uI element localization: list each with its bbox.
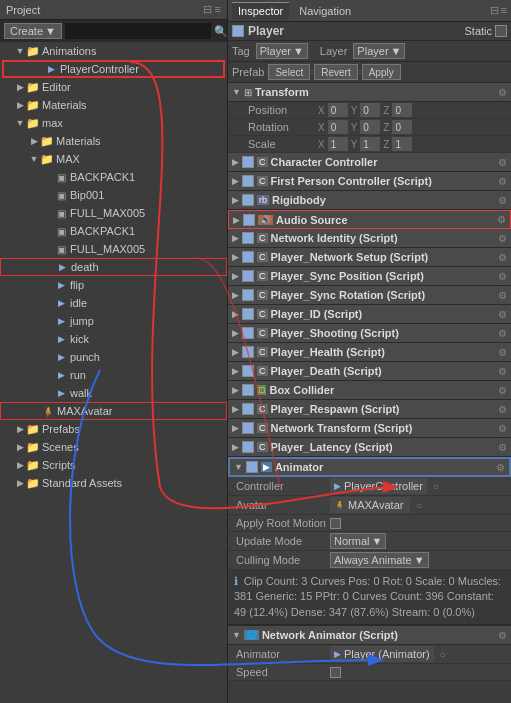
player-death-header[interactable]: ▶ C Player_Death (Script) ⚙ [228,362,511,381]
comp-settings-icon[interactable]: ⚙ [498,252,507,263]
tree-item-materials[interactable]: ▶ 📁 Materials [0,96,227,114]
net-transform-header[interactable]: ▶ C Network Transform (Script) ⚙ [228,419,511,438]
tree-item-bip001[interactable]: ▣ Bip001 [0,186,227,204]
comp-enabled[interactable] [242,232,254,244]
tag-dropdown[interactable]: Player ▼ [256,43,308,59]
tree-item-death[interactable]: ▶ death [0,258,227,276]
rigidbody-header[interactable]: ▶ rb Rigidbody ⚙ [228,191,511,210]
rot-z[interactable]: 0 [392,120,412,134]
box-collider-header[interactable]: ▶ □ Box Collider ⚙ [228,381,511,400]
tree-item-run[interactable]: ▶ run [0,366,227,384]
create-button[interactable]: Create ▼ [4,23,62,39]
speed-checkbox[interactable] [330,667,341,678]
comp-settings-icon[interactable]: ⚙ [498,385,507,396]
tree-item-MAX[interactable]: ▼ 📁 MAX [0,150,227,168]
pos-x[interactable]: 0 [328,103,348,117]
comp-settings-icon[interactable]: ⚙ [498,328,507,339]
panel-lock-icon[interactable]: ⊟ [490,4,499,17]
tree-item-standard[interactable]: ▶ 📁 Standard Assets [0,474,227,492]
comp-settings-icon[interactable]: ⚙ [498,290,507,301]
player-netsetup-header[interactable]: ▶ C Player_Network Setup (Script) ⚙ [228,248,511,267]
tree-item-max[interactable]: ▼ 📁 max [0,114,227,132]
tree-item-prefabs[interactable]: ▶ 📁 Prefabs [0,420,227,438]
layer-dropdown[interactable]: Player ▼ [353,43,405,59]
player-syncrot-header[interactable]: ▶ C Player_Sync Rotation (Script) ⚙ [228,286,511,305]
controller-link-icon[interactable]: ○ [433,481,439,492]
transform-header[interactable]: ▼ ⊞ Transform ⚙ [228,83,511,102]
tree-item-flip[interactable]: ▶ flip [0,276,227,294]
animator-header[interactable]: ▼ ▶ Animator ⚙ [228,457,511,477]
comp-enabled[interactable] [246,461,258,473]
object-enabled-checkbox[interactable] [232,25,244,37]
tree-item-walk[interactable]: ▶ walk [0,384,227,402]
avatar-value-field[interactable]: 🧍 MAXAvatar [330,497,410,513]
rot-x[interactable]: 0 [328,120,348,134]
tab-navigation[interactable]: Navigation [293,3,357,19]
comp-enabled[interactable] [242,270,254,282]
lock-icon[interactable]: ⊟ [203,3,212,16]
menu-icon[interactable]: ≡ [215,3,221,16]
comp-settings-icon[interactable]: ⚙ [498,442,507,453]
controller-value-field[interactable]: ▶ PlayerController [330,478,427,494]
tree-item-animations[interactable]: ▼ 📁 Animations [0,42,227,60]
comp-settings-icon[interactable]: ⚙ [497,214,506,225]
comp-settings-icon[interactable]: ⚙ [498,366,507,377]
tree-item-scenes[interactable]: ▶ 📁 Scenes [0,438,227,456]
comp-enabled[interactable] [242,346,254,358]
apply-root-motion-checkbox[interactable] [330,518,341,529]
apply-button[interactable]: Apply [362,64,401,80]
comp-enabled[interactable] [242,308,254,320]
comp-enabled[interactable] [242,365,254,377]
panel-menu-icon[interactable]: ≡ [501,4,507,17]
tree-item-jump[interactable]: ▶ jump [0,312,227,330]
comp-settings-icon[interactable]: ⚙ [498,233,507,244]
tree-item-scripts[interactable]: ▶ 📁 Scripts [0,456,227,474]
comp-settings-icon[interactable]: ⚙ [498,309,507,320]
tree-item-kick[interactable]: ▶ kick [0,330,227,348]
comp-settings-icon[interactable]: ⚙ [498,271,507,282]
comp-settings-icon[interactable]: ⚙ [498,195,507,206]
comp-settings-icon[interactable]: ⚙ [498,423,507,434]
comp-enabled[interactable] [242,441,254,453]
comp-enabled[interactable] [242,384,254,396]
rot-y[interactable]: 0 [360,120,380,134]
comp-enabled[interactable] [242,422,254,434]
comp-enabled[interactable] [242,289,254,301]
net-anim-link-icon[interactable]: ○ [440,649,446,660]
animator-settings-icon[interactable]: ⚙ [496,462,505,473]
tree-item-materials2[interactable]: ▶ 📁 Materials [0,132,227,150]
search-input[interactable] [65,23,211,39]
scale-y[interactable]: 1 [360,137,380,151]
player-syncpos-header[interactable]: ▶ C Player_Sync Position (Script) ⚙ [228,267,511,286]
tree-item-backpack1b[interactable]: ▣ BACKPACK1 [0,222,227,240]
tree-item-editor[interactable]: ▶ 📁 Editor [0,78,227,96]
tree-item-fullmax1[interactable]: ▣ FULL_MAX005 [0,204,227,222]
avatar-link-icon[interactable]: ○ [416,500,422,511]
update-mode-dropdown[interactable]: Normal ▼ [330,533,386,549]
player-id-header[interactable]: ▶ C Player_ID (Script) ⚙ [228,305,511,324]
comp-enabled[interactable] [242,175,254,187]
net-animator-header[interactable]: ▼ 🌐 Network Animator (Script) ⚙ [228,626,511,645]
player-respawn-header[interactable]: ▶ C Player_Respawn (Script) ⚙ [228,400,511,419]
comp-enabled[interactable] [242,327,254,339]
comp-settings-icon[interactable]: ⚙ [498,404,507,415]
tree-item-punch[interactable]: ▶ punch [0,348,227,366]
static-checkbox[interactable] [495,25,507,37]
transform-settings-icon[interactable]: ⚙ [498,87,507,98]
scale-x[interactable]: 1 [328,137,348,151]
tree-item-fullmax2[interactable]: ▣ FULL_MAX005 [0,240,227,258]
pos-z[interactable]: 0 [392,103,412,117]
comp-enabled[interactable] [242,156,254,168]
comp-settings-icon[interactable]: ⚙ [498,157,507,168]
scale-z[interactable]: 1 [392,137,412,151]
comp-enabled[interactable] [243,214,255,226]
net-identity-header[interactable]: ▶ C Network Identity (Script) ⚙ [228,229,511,248]
comp-settings-icon[interactable]: ⚙ [498,176,507,187]
comp-enabled[interactable] [242,251,254,263]
comp-enabled[interactable] [242,403,254,415]
tab-inspector[interactable]: Inspector [232,2,289,19]
player-shooting-header[interactable]: ▶ C Player_Shooting (Script) ⚙ [228,324,511,343]
culling-mode-dropdown[interactable]: Always Animate ▼ [330,552,429,568]
tree-item-idle[interactable]: ▶ idle [0,294,227,312]
player-latency-header[interactable]: ▶ C Player_Latency (Script) ⚙ [228,438,511,457]
